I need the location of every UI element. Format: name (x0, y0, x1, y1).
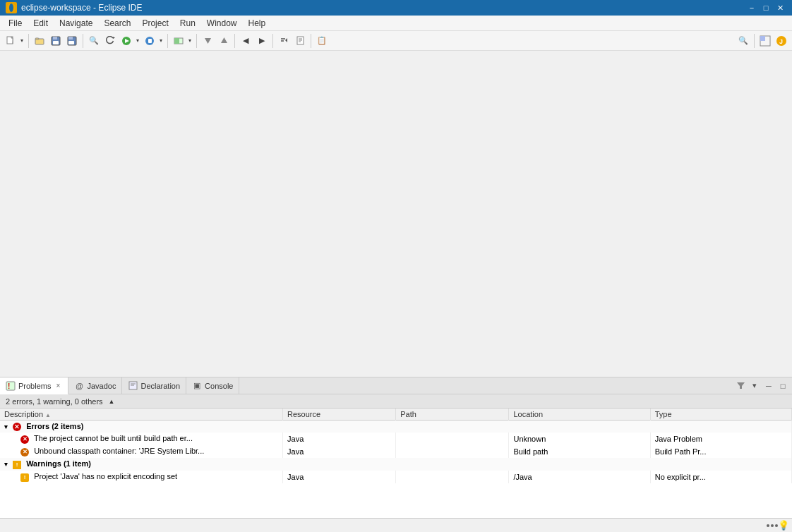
warning-1-resource: Java (283, 471, 396, 483)
error-group-expand[interactable]: ▾ (4, 423, 8, 430)
tab-bar: ! Problems × @ Javadoc (0, 377, 792, 394)
panel-view-menu[interactable]: ▾ (748, 380, 761, 392)
debug-dropdown[interactable]: ▾ (157, 33, 164, 49)
title-bar: eclipse-workspace - Eclipse IDE − □ ✕ (0, 0, 792, 16)
tab-problems-close[interactable]: × (54, 382, 62, 390)
error-2-icon: ✕ (20, 448, 29, 457)
warning-item-1[interactable]: ! Project 'Java' has no explicit encodin… (0, 471, 792, 483)
menu-run[interactable]: Run (174, 16, 201, 30)
refresh-button[interactable] (102, 33, 118, 49)
error-item-2[interactable]: ✕ Unbound classpath container: 'JRE Syst… (0, 445, 792, 458)
error-1-type: Java Problem (650, 433, 791, 445)
run-button[interactable] (119, 33, 134, 49)
menu-help[interactable]: Help (243, 16, 272, 30)
svg-text:!: ! (8, 382, 10, 390)
menu-window[interactable]: Window (201, 16, 243, 30)
menu-edit[interactable]: Edit (28, 16, 54, 30)
menu-search[interactable]: Search (98, 16, 136, 30)
coverage-button[interactable] (171, 33, 186, 49)
new-button-group: ▾ (3, 33, 25, 49)
warning-group-row[interactable]: ▾ ! Warnings (1 item) (0, 458, 792, 471)
close-button[interactable]: ✕ (774, 2, 786, 13)
error-group-row[interactable]: ▾ ✕ Errors (2 items) (0, 421, 792, 433)
error-1-description: ✕ The project cannot be built until buil… (0, 433, 283, 445)
col-description[interactable]: Description ▲ (0, 409, 283, 421)
new-button[interactable] (3, 33, 18, 49)
tab-console[interactable]: ▣ Console (186, 377, 239, 394)
col-path[interactable]: Path (396, 409, 509, 421)
console-tab-icon: ▣ (192, 381, 202, 391)
menu-project[interactable]: Project (136, 16, 174, 30)
lightbulb-icon[interactable]: 💡 (778, 520, 789, 531)
menu-bar: File Edit Navigate Search Project Run Wi… (0, 16, 792, 31)
col-resource[interactable]: Resource (283, 409, 396, 421)
svg-marker-38 (737, 382, 745, 389)
col-location[interactable]: Location (509, 409, 650, 421)
back-button[interactable]: ◀ (238, 33, 253, 49)
collapse-arrow[interactable]: ▲ (109, 398, 115, 405)
svg-rect-19 (174, 38, 179, 44)
search-in-workspace[interactable]: 🔍 (86, 33, 102, 49)
error-2-type: Build Path Pr... (650, 445, 791, 458)
debug-button[interactable] (142, 33, 157, 49)
svg-marker-24 (285, 38, 287, 42)
problems-table: Description ▲ Resource Path Location (0, 409, 792, 483)
svg-rect-9 (53, 41, 59, 44)
panel-maximize[interactable]: □ (776, 380, 789, 392)
svg-marker-13 (113, 37, 115, 39)
menu-navigate[interactable]: Navigate (54, 16, 98, 30)
prev-annotation[interactable] (216, 33, 232, 49)
svg-text:J: J (779, 38, 783, 45)
problems-tbody: ▾ ✕ Errors (2 items) ✕ The project canno… (0, 421, 792, 484)
coverage-dropdown[interactable]: ▾ (186, 33, 193, 49)
open-type-button[interactable] (292, 33, 308, 49)
toolbar-separator-1 (28, 34, 29, 48)
toolbar-separator-8 (754, 34, 755, 48)
toolbar-separator-4 (196, 34, 197, 48)
toolbar: ▾ 🔍 (0, 31, 792, 51)
svg-rect-12 (68, 41, 74, 44)
warning-1-description: ! Project 'Java' has no explicit encodin… (0, 471, 283, 483)
error-item-1[interactable]: ✕ The project cannot be built until buil… (0, 433, 792, 445)
coverage-button-group: ▾ (171, 33, 193, 49)
menu-file[interactable]: File (3, 16, 28, 30)
col-type[interactable]: Type (650, 409, 791, 421)
warning-group-expand[interactable]: ▾ (4, 461, 8, 468)
svg-rect-6 (35, 38, 39, 40)
minimize-button[interactable]: − (745, 2, 758, 13)
bottom-panel: ! Problems × @ Javadoc (0, 377, 792, 518)
tab-javadoc[interactable]: @ Javadoc (68, 377, 122, 394)
save-button[interactable] (48, 33, 64, 49)
error-1-resource: Java (283, 433, 396, 445)
run-dropdown[interactable]: ▾ (134, 33, 141, 49)
svg-rect-11 (68, 37, 73, 40)
toolbar-separator-7 (311, 34, 311, 48)
warning-1-location: /Java (509, 471, 650, 483)
panel-minimize[interactable]: ─ (762, 380, 775, 392)
forward-button[interactable]: ▶ (254, 33, 270, 49)
next-annotation[interactable] (200, 33, 215, 49)
svg-rect-30 (760, 36, 765, 41)
debug-button-group: ▾ (142, 33, 164, 49)
restore-button[interactable]: □ (760, 2, 772, 13)
save-all-button[interactable] (64, 33, 80, 49)
last-edit-button[interactable] (276, 33, 292, 49)
status-dot-2 (771, 524, 774, 527)
open-button[interactable] (32, 33, 47, 49)
tab-problems[interactable]: ! Problems × (0, 377, 68, 394)
error-1-path (396, 433, 509, 445)
tab-declaration[interactable]: Declaration (122, 377, 186, 394)
svg-rect-8 (53, 37, 57, 40)
editor-area (0, 51, 792, 377)
warning-group-label: ▾ ! Warnings (1 item) (0, 458, 792, 471)
new-dropdown[interactable]: ▾ (18, 33, 25, 49)
eclipse-icon (6, 2, 17, 13)
perspective-button[interactable] (757, 33, 773, 49)
open-task[interactable]: 📋 (314, 33, 330, 49)
global-search-button[interactable]: 🔍 (736, 33, 751, 49)
problems-content[interactable]: Description ▲ Resource Path Location (0, 409, 792, 518)
java-perspective[interactable]: J (774, 33, 789, 49)
filter-button[interactable] (734, 380, 747, 392)
toolbar-separator-5 (234, 34, 235, 48)
status-dot-1 (767, 524, 769, 527)
